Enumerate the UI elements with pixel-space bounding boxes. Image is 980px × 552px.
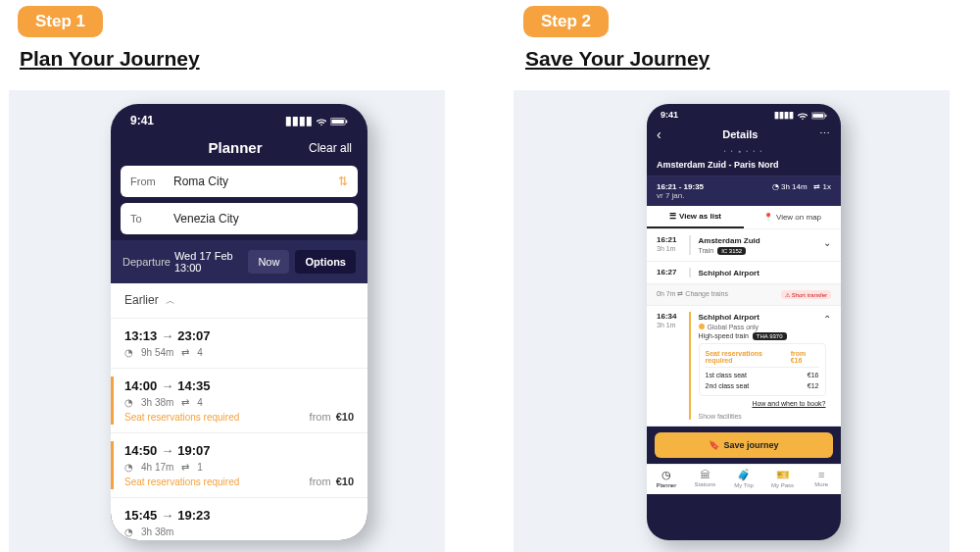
class2-price: €12 bbox=[808, 382, 819, 389]
more-icon[interactable]: ⋯ bbox=[819, 127, 831, 140]
short-transfer-badge: ⚠ Short transfer bbox=[781, 290, 831, 299]
status-icons: ▮▮▮▮ bbox=[285, 114, 348, 127]
duration: 3h 38m bbox=[141, 397, 173, 408]
departure-bar[interactable]: Departure Wed 17 Feb 13:00 Now Options bbox=[111, 240, 368, 283]
tab-view-as-list[interactable]: ☰View as list bbox=[647, 206, 744, 228]
dep-time: 15:45 bbox=[124, 508, 157, 523]
seg-time: 16:34 bbox=[657, 312, 676, 321]
arrow-icon: → bbox=[161, 508, 173, 523]
nav-mypass[interactable]: 🎫My Pass bbox=[763, 469, 803, 488]
step1-title: Plan Your Journey bbox=[20, 47, 200, 71]
class1-price: €16 bbox=[808, 372, 819, 378]
changes-icon: ⇄ bbox=[181, 462, 189, 473]
class2-label: 2nd class seat bbox=[706, 382, 750, 389]
transfer-row: 0h 7m ⇄ Change trains ⚠ Short transfer bbox=[647, 284, 841, 306]
duration: 3h 38m bbox=[141, 527, 173, 537]
segment-row[interactable]: 16:27 Schiphol Airport bbox=[647, 262, 841, 284]
from-label: From bbox=[130, 176, 173, 187]
arr-time: 14:35 bbox=[177, 378, 210, 393]
to-input[interactable]: To Venezia City bbox=[121, 203, 358, 234]
clock-icon: ◔ bbox=[124, 347, 133, 358]
departure-value: Wed 17 Feb 13:00 bbox=[174, 250, 249, 274]
station-name: Schiphol Airport bbox=[699, 313, 760, 322]
reserv-from: from €16 bbox=[791, 350, 819, 364]
list-icon: ☰ bbox=[669, 212, 676, 221]
page-title: Planner bbox=[162, 139, 309, 156]
transfer-text: 0h 7m ⇄ Change trains bbox=[657, 290, 728, 299]
summary-date: vr 7 jan. bbox=[657, 191, 684, 200]
result-row[interactable]: 13:13→23:07 ◔9h 54m⇄4 bbox=[111, 319, 368, 369]
to-value: Venezia City bbox=[173, 212, 239, 226]
nav-planner[interactable]: ◷Planner bbox=[647, 469, 686, 488]
tab-label: View on map bbox=[776, 213, 821, 222]
swap-icon[interactable]: ⇅ bbox=[338, 175, 348, 188]
nav-mytrip[interactable]: 🧳My Trip bbox=[724, 469, 763, 488]
battery-icon bbox=[811, 110, 827, 120]
departure-label: Departure bbox=[122, 256, 171, 268]
options-button[interactable]: Options bbox=[295, 250, 356, 274]
svg-rect-1 bbox=[331, 120, 343, 124]
changes: 1 bbox=[197, 462, 203, 473]
clear-all-button[interactable]: Clear all bbox=[309, 141, 352, 155]
clock-icon: ◔ bbox=[124, 527, 133, 537]
clock-icon: ◔ bbox=[124, 462, 133, 473]
to-label: To bbox=[130, 213, 173, 225]
seg-time: 16:27 bbox=[657, 268, 676, 276]
from-input[interactable]: From Roma City ⇅ bbox=[121, 166, 358, 197]
global-pass-label: Global Pass only bbox=[708, 324, 760, 330]
bottom-nav: ◷Planner 🏛Stations 🧳My Trip 🎫My Pass ≡Mo… bbox=[647, 464, 841, 494]
changes: 4 bbox=[197, 397, 203, 408]
earlier-label: Earlier bbox=[124, 293, 159, 307]
now-button[interactable]: Now bbox=[248, 250, 289, 274]
reserv-title: Seat reservations required bbox=[706, 350, 791, 364]
clock-icon: ◔ bbox=[124, 397, 133, 408]
save-label: Save journey bbox=[723, 440, 778, 450]
global-pass-icon bbox=[699, 324, 705, 329]
duration: 9h 54m bbox=[141, 347, 173, 358]
svg-rect-2 bbox=[346, 120, 347, 123]
nav-stations[interactable]: 🏛Stations bbox=[686, 469, 725, 488]
summary-changes: 1x bbox=[823, 182, 831, 191]
summary-times: 16:21 - 19:35 bbox=[657, 182, 704, 191]
train-number: IC 3152 bbox=[717, 247, 746, 255]
result-row[interactable]: 14:50→19:07 ◔4h 17m⇄1 Seat reservations … bbox=[111, 433, 368, 498]
status-icons: ▮▮▮▮ bbox=[774, 110, 827, 121]
tab-view-on-map[interactable]: 📍View on map bbox=[744, 206, 841, 228]
segment-row[interactable]: 16:213h 1m Amsterdam Zuid Train IC 3152 … bbox=[647, 229, 841, 262]
show-facilities-link[interactable]: Show facilities bbox=[699, 413, 826, 420]
svg-rect-5 bbox=[825, 115, 826, 117]
chevron-down-icon: ⌄ bbox=[823, 237, 831, 248]
duration: 4h 17m bbox=[141, 462, 173, 473]
result-row[interactable]: 15:45→19:23 ◔3h 38m bbox=[111, 498, 368, 540]
signal-icon: ▮▮▮▮ bbox=[285, 114, 313, 127]
arr-time: 23:07 bbox=[177, 328, 210, 343]
route-title: Amsterdam Zuid - Paris Nord bbox=[647, 158, 841, 176]
step1-panel: 9:41 ▮▮▮▮ Planner Clear all From Roma Ci… bbox=[9, 90, 445, 552]
train-label: Train bbox=[699, 247, 714, 254]
arr-time: 19:07 bbox=[177, 443, 210, 458]
save-journey-button[interactable]: 🔖 Save journey bbox=[655, 432, 833, 458]
arrow-icon: → bbox=[161, 378, 173, 393]
reservation-box: Seat reservations requiredfrom €16 1st c… bbox=[699, 343, 826, 396]
station-name: Amsterdam Zuid bbox=[699, 236, 760, 245]
changes-icon: ⇄ bbox=[181, 397, 189, 408]
route-summary: 16:21 - 19:35 vr 7 jan. ◔ 3h 14m ⇄ 1x bbox=[647, 176, 841, 206]
dep-time: 13:13 bbox=[124, 328, 157, 343]
arrow-icon: → bbox=[161, 328, 173, 343]
from-value: Roma City bbox=[173, 175, 228, 188]
wifi-icon bbox=[798, 110, 808, 121]
price: from €10 bbox=[310, 411, 354, 423]
earlier-button[interactable]: Earlier ︿ bbox=[111, 283, 368, 319]
battery-icon bbox=[330, 114, 348, 127]
segment-row-expanded[interactable]: 16:343h 1m Schiphol Airport Global Pass … bbox=[647, 306, 841, 427]
class1-label: 1st class seat bbox=[706, 372, 747, 378]
how-to-book-link[interactable]: How and when to book? bbox=[699, 400, 826, 407]
status-bar: 9:41 ▮▮▮▮ bbox=[647, 104, 841, 123]
pin-icon: 📍 bbox=[763, 213, 773, 222]
clock-icon: ◷ bbox=[647, 469, 686, 481]
price: from €10 bbox=[310, 476, 354, 487]
seg-time: 16:21 bbox=[657, 235, 676, 244]
step2-badge: Step 2 bbox=[523, 6, 609, 37]
result-row[interactable]: 14:00→14:35 ◔3h 38m⇄4 Seat reservations … bbox=[111, 369, 368, 433]
nav-more[interactable]: ≡More bbox=[802, 469, 841, 488]
